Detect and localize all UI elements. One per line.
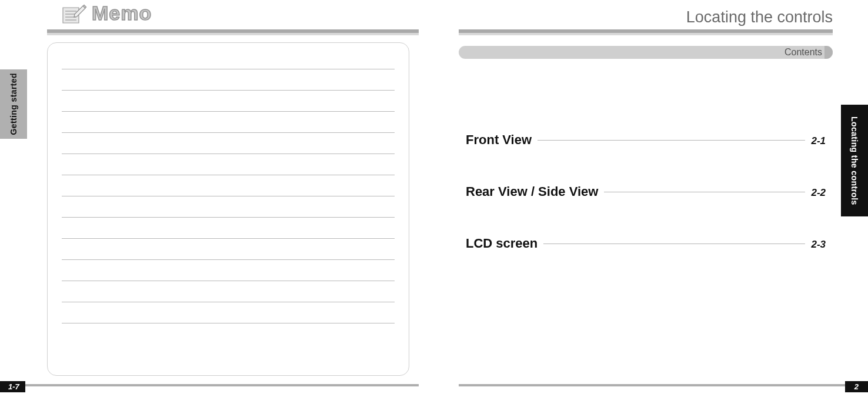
toc-list: Front View 2-1 Rear View / Side View 2-2… xyxy=(466,132,826,288)
memo-line xyxy=(62,238,395,259)
contents-strip-cap xyxy=(824,46,833,59)
left-footer-rule xyxy=(0,384,419,386)
left-section-tab-label: Getting started xyxy=(9,73,18,135)
toc-entry-page: 2-3 xyxy=(811,239,826,251)
memo-line xyxy=(62,281,395,302)
contents-strip: Contents xyxy=(459,46,833,59)
memo-header: Memo xyxy=(59,1,152,25)
memo-line xyxy=(62,132,395,154)
memo-line xyxy=(62,154,395,175)
toc-entry-label: Front View xyxy=(466,132,532,148)
toc-entry-label: LCD screen xyxy=(466,236,538,251)
toc-leader xyxy=(543,243,805,244)
toc-leader xyxy=(604,192,805,192)
memo-line xyxy=(62,90,395,111)
toc-entry: Front View 2-1 xyxy=(466,132,826,148)
left-section-tab: Getting started xyxy=(0,69,27,139)
contents-label: Contents xyxy=(784,47,822,58)
right-page: Locating the controls Contents Locating … xyxy=(434,0,868,397)
toc-entry-page: 2-1 xyxy=(811,135,826,147)
left-page: Getting started xyxy=(0,0,434,397)
left-header-rule xyxy=(47,29,419,33)
memo-icon xyxy=(59,1,87,25)
right-page-number: 2 xyxy=(845,381,868,392)
memo-title: Memo xyxy=(92,2,152,25)
chapter-title: Locating the controls xyxy=(459,8,833,26)
toc-entry-label: Rear View / Side View xyxy=(466,184,598,199)
memo-line xyxy=(62,217,395,238)
memo-line xyxy=(62,175,395,196)
left-page-number: 1-7 xyxy=(0,381,25,392)
memo-line xyxy=(62,259,395,281)
right-section-tab: Locating the controls xyxy=(841,105,868,216)
memo-pad xyxy=(47,42,409,376)
toc-entry: LCD screen 2-3 xyxy=(466,236,826,251)
right-header-rule xyxy=(459,29,833,33)
toc-entry: Rear View / Side View 2-2 xyxy=(466,184,826,199)
toc-entry-page: 2-2 xyxy=(811,187,826,199)
memo-line xyxy=(62,196,395,217)
right-footer-rule xyxy=(459,384,868,386)
memo-line xyxy=(62,323,395,344)
toc-leader xyxy=(538,140,805,141)
right-section-tab-label: Locating the controls xyxy=(850,116,859,205)
memo-line xyxy=(62,69,395,90)
memo-line xyxy=(62,302,395,323)
memo-line xyxy=(62,111,395,132)
